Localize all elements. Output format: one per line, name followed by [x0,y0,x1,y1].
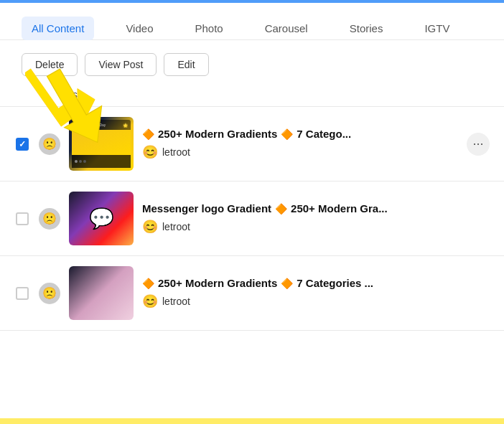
author-name-1: letroot [162,146,190,158]
more-button-1[interactable]: ··· [467,133,490,156]
author-name-2: letroot [162,221,190,232]
post-title-1: 🔶 250+ Modern Gradients 🔶 7 Catego... [142,128,458,140]
author-name-3: letroot [162,296,190,307]
tab-video[interactable]: Video [116,17,163,40]
bottom-bar [0,418,504,424]
post-author-3: 😊 letroot [142,293,490,309]
post-title-2: Messenger logo Gradient 🔶 250+ Modern Gr… [142,202,490,215]
edit-button[interactable]: Edit [164,53,208,76]
diamond-icon-1b: 🔶 [281,128,293,140]
post-title-3: 🔶 250+ Modern Gradients 🔶 7 Categories .… [142,277,490,289]
table-row: 🙁 🔶 250+ Modern Gradients 🔶 7 Categories… [0,256,504,331]
thumbnail-3 [69,266,134,320]
tab-photo[interactable]: Photo [185,17,233,40]
diamond-icon-3a: 🔶 [142,278,154,289]
post-info-1: 🔶 250+ Modern Gradients 🔶 7 Catego... 😊 … [142,128,458,160]
post-author-1: 😊 letroot [142,144,458,160]
diamond-icon-3b: 🔶 [281,278,293,289]
diamond-icon-1: 🔶 [142,128,154,140]
author-emoji-1: 😊 [142,144,158,160]
checkbox-2[interactable] [14,211,30,227]
post-author-2: 😊 letroot [142,219,490,235]
diamond-icon-2: 🔶 [275,203,287,215]
author-emoji-2: 😊 [142,219,158,235]
tabs-container: All Content Video Photo Carousel Stories… [0,3,504,40]
avatar-2: 🙁 [39,208,60,230]
avatar-3: 🙁 [39,283,60,304]
thumbnail-2: 💬 [69,192,134,245]
tab-carousel[interactable]: Carousel [255,17,318,40]
post-info-2: Messenger logo Gradient 🔶 250+ Modern Gr… [142,202,490,235]
checkbox-3[interactable] [14,286,30,301]
arrow-annotation [25,57,126,161]
tab-all-content[interactable]: All Content [22,17,94,40]
tab-igtv[interactable]: IGTV [414,17,459,40]
author-emoji-3: 😊 [142,293,158,309]
table-row: 🙁 💬 Messenger logo Gradient 🔶 250+ Moder… [0,182,504,256]
post-info-3: 🔶 250+ Modern Gradients 🔶 7 Categories .… [142,277,490,309]
tab-stories[interactable]: Stories [340,17,393,40]
